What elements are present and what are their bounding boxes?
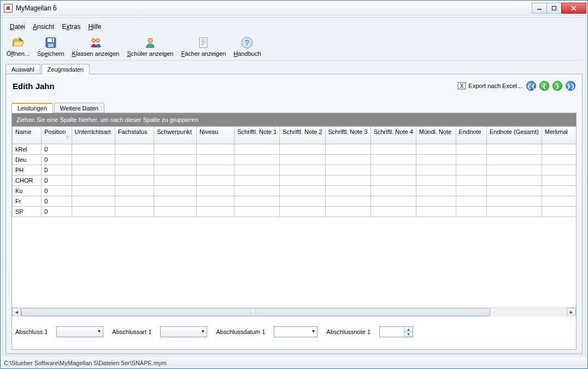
menu-datei[interactable]: Datei: [7, 22, 28, 32]
cell[interactable]: [197, 196, 234, 207]
cell[interactable]: [154, 165, 197, 175]
cell[interactable]: [416, 144, 456, 155]
cell[interactable]: [542, 186, 576, 196]
cell[interactable]: [456, 196, 486, 207]
cell[interactable]: [280, 155, 325, 165]
maximize-button[interactable]: [546, 3, 562, 14]
cell[interactable]: [371, 175, 416, 186]
cell[interactable]: [115, 165, 154, 175]
cell[interactable]: [371, 186, 416, 196]
cell[interactable]: [456, 175, 486, 186]
subtab-leistungen[interactable]: Leistungen: [11, 103, 53, 113]
cell[interactable]: kRel: [13, 144, 42, 155]
nav-prev-button[interactable]: ❮: [539, 81, 549, 91]
cell[interactable]: [371, 207, 416, 217]
cell[interactable]: [325, 144, 371, 155]
cell[interactable]: [234, 207, 280, 217]
col-merkmal[interactable]: Merkmal: [542, 127, 576, 144]
cell[interactable]: [416, 207, 456, 217]
combo-abschluss[interactable]: [56, 326, 103, 337]
col-schwerpunkt[interactable]: Schwerpunkt: [154, 127, 197, 144]
table-row[interactable]: PH0: [13, 165, 577, 175]
cell[interactable]: [197, 165, 234, 175]
grid-scroll[interactable]: Name Position▽ Unterrichtsart Fachstatus…: [12, 126, 576, 217]
cell[interactable]: [542, 175, 576, 186]
cell[interactable]: [234, 186, 280, 196]
cell[interactable]: [486, 207, 542, 217]
cell[interactable]: 0: [42, 196, 72, 207]
cell[interactable]: [115, 196, 154, 207]
cell[interactable]: [371, 144, 416, 155]
spinner-down-button[interactable]: ▼: [404, 332, 413, 337]
cell[interactable]: [542, 196, 576, 207]
cell[interactable]: [371, 196, 416, 207]
cell[interactable]: [234, 175, 280, 186]
table-row[interactable]: Deu0: [13, 155, 577, 165]
cell[interactable]: [72, 175, 115, 186]
cell[interactable]: Fr: [13, 196, 42, 207]
open-button[interactable]: Öffnen...: [7, 36, 30, 57]
cell[interactable]: [416, 196, 456, 207]
cell[interactable]: [325, 155, 371, 165]
cell[interactable]: 0: [42, 175, 72, 186]
cell[interactable]: 0: [42, 207, 72, 217]
cell[interactable]: [542, 144, 576, 155]
cell[interactable]: [115, 144, 154, 155]
cell[interactable]: [154, 186, 197, 196]
tab-zeugnisdaten[interactable]: Zeugnisdaten: [42, 64, 90, 74]
minimize-button[interactable]: [532, 3, 547, 14]
cell[interactable]: [197, 186, 234, 196]
table-row[interactable]: SP0: [13, 207, 577, 217]
cell[interactable]: [234, 165, 280, 175]
cell[interactable]: [234, 155, 280, 165]
close-button[interactable]: [561, 3, 586, 14]
subtab-weitere[interactable]: Weitere Daten: [54, 103, 104, 113]
menu-hilfe[interactable]: Hilfe: [85, 22, 104, 32]
cell[interactable]: [371, 155, 416, 165]
col-muendl[interactable]: Mündl. Note: [416, 127, 456, 144]
cell[interactable]: [72, 207, 115, 217]
cell[interactable]: [280, 196, 325, 207]
cell[interactable]: [154, 144, 197, 155]
cell[interactable]: [154, 207, 197, 217]
col-note2[interactable]: Schriftl. Note 2: [280, 127, 325, 144]
horizontal-scrollbar[interactable]: ◄ ⋮⋮⋮ ►: [12, 307, 576, 317]
scroll-right-button[interactable]: ►: [567, 308, 576, 317]
cell[interactable]: [486, 175, 542, 186]
cell[interactable]: [542, 155, 576, 165]
date-abschlussdatum[interactable]: [274, 326, 317, 337]
cell[interactable]: [542, 165, 576, 175]
table-row[interactable]: Fr0: [13, 196, 577, 207]
cell[interactable]: [456, 207, 486, 217]
scroll-left-button[interactable]: ◄: [12, 308, 21, 317]
cell[interactable]: [542, 207, 576, 217]
cell[interactable]: [325, 196, 371, 207]
cell[interactable]: [115, 186, 154, 196]
col-endnote[interactable]: Endnote: [456, 127, 486, 144]
cell[interactable]: [154, 175, 197, 186]
cell[interactable]: [280, 165, 325, 175]
cell[interactable]: 0: [42, 144, 72, 155]
cell[interactable]: [234, 196, 280, 207]
spinner-abschlussnote[interactable]: ▲ ▼: [379, 326, 413, 337]
cell[interactable]: [416, 155, 456, 165]
scroll-track[interactable]: ⋮⋮⋮: [21, 308, 567, 317]
col-name[interactable]: Name: [13, 127, 42, 144]
cell[interactable]: [486, 144, 542, 155]
cell[interactable]: [456, 165, 486, 175]
col-endnote-gesamt[interactable]: Endnote (Gesamt): [486, 127, 542, 144]
cell[interactable]: [456, 186, 486, 196]
manual-button[interactable]: ? Handbuch: [233, 36, 261, 57]
col-position[interactable]: Position▽: [42, 127, 72, 144]
col-note3[interactable]: Schriftl. Note 3: [325, 127, 371, 144]
cell[interactable]: [456, 155, 486, 165]
combo-abschlussart[interactable]: [160, 326, 207, 337]
col-niveau[interactable]: Niveau: [197, 127, 234, 144]
table-row[interactable]: Ku0: [13, 186, 577, 196]
cell[interactable]: [72, 165, 115, 175]
cell[interactable]: [197, 155, 234, 165]
cell[interactable]: [486, 186, 542, 196]
cell[interactable]: [416, 165, 456, 175]
cell[interactable]: [280, 207, 325, 217]
table-row[interactable]: CHOR0: [13, 175, 577, 186]
